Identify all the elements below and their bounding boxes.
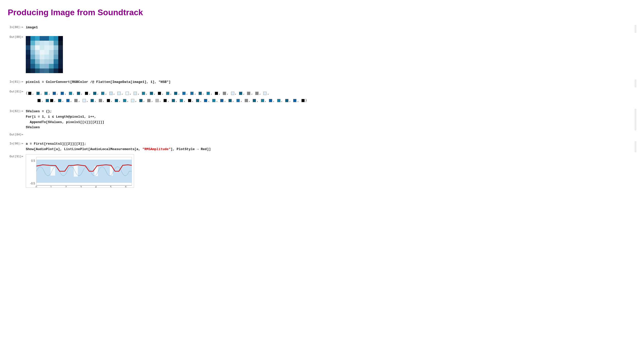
swatch-cell [85, 92, 88, 95]
cell-label-out81: Out[81]= [8, 89, 26, 93]
swatch-cell [158, 92, 161, 95]
swatch-cell [220, 99, 224, 102]
pixel-cell [44, 64, 49, 68]
cell-label-in82: In[82]:= [8, 109, 26, 113]
pixel-cell [26, 59, 30, 64]
cell-in80: In[80]:= image1 [8, 25, 636, 33]
swatch-cell [293, 99, 296, 102]
svg-text:3: 3 [80, 186, 82, 188]
swatch-cell [255, 92, 259, 95]
swatch-cell [50, 99, 53, 102]
pixel-cell [54, 64, 58, 68]
swatch-cell [231, 92, 234, 95]
pixel-cell [58, 50, 63, 55]
pixel-cell [40, 64, 44, 68]
pixel-cell [35, 68, 40, 73]
swatch-cell [204, 99, 207, 102]
pixel-cell [54, 41, 58, 45]
pixel-cell [26, 45, 30, 50]
pixel-cell [49, 50, 54, 55]
pixel-cell [35, 45, 40, 50]
code-in82[interactable]: SValues = {}; For[i = 1, i ≤ Length@pixe… [26, 109, 632, 130]
pixel-cell [26, 55, 30, 59]
swatch-cell [155, 99, 159, 102]
svg-text:6: 6 [125, 186, 127, 188]
pixel-cell [30, 64, 35, 68]
audio-plot-container: 0.5 -0.5 [26, 154, 636, 188]
cell-bar-in90 [635, 141, 636, 152]
swatch-cell [190, 92, 194, 95]
pixel-cell [44, 50, 49, 55]
audio-plot-svg: 0.5 -0.5 [26, 154, 134, 188]
swatch-cell [44, 92, 48, 95]
swatch-cell [28, 92, 31, 95]
cell-label-in80: In[80]:= [8, 25, 26, 29]
pixel-cell [26, 36, 30, 41]
swatch-cell [126, 92, 129, 95]
swatch-cell [180, 99, 183, 102]
code-in90[interactable]: a = First[results1][[2]][[3]]; Show[Audi… [26, 141, 632, 152]
swatch-cell [245, 99, 248, 102]
page-title: Producing Image from Soundtrack [8, 8, 636, 17]
swatch-cell [215, 92, 218, 95]
swatch-cell [66, 99, 70, 102]
pixel-cell [40, 50, 44, 55]
pixel-cell [40, 68, 44, 73]
pixel-cell [30, 59, 35, 64]
svg-text:4: 4 [95, 186, 97, 188]
swatch-cell [99, 99, 102, 102]
swatch-cell [196, 99, 199, 102]
svg-rect-7 [110, 167, 113, 176]
swatch-cell [74, 99, 78, 102]
pixel-cell [54, 59, 58, 64]
swatch-cell [115, 99, 118, 102]
pixel-cell [44, 36, 49, 41]
pixel-cell [30, 68, 35, 73]
svg-text:5: 5 [110, 186, 112, 188]
pixel-cell [58, 68, 63, 73]
swatch-cell [101, 92, 104, 95]
swatch-cell [269, 99, 272, 102]
svg-text:0.5: 0.5 [31, 159, 35, 162]
pixel-cell [44, 55, 49, 59]
code-in80[interactable]: image1 [26, 25, 632, 30]
cell-bar-in80 [635, 25, 636, 33]
pixel-cell [54, 50, 58, 55]
cell-label-in81: In[81]:= [8, 80, 26, 83]
cell-out80: Out[80]= [8, 35, 636, 74]
pixel-cell [35, 50, 40, 55]
cell-in90: In[90]:= a = First[results1][[2]][[3]]; … [8, 141, 636, 152]
pixel-cell [30, 55, 35, 59]
pixel-cell [49, 68, 54, 73]
pixel-cell [44, 59, 49, 64]
pixel-cell [30, 45, 35, 50]
pixel-cell [30, 41, 35, 45]
swatch-cell [263, 92, 267, 95]
swatch-cell [239, 92, 242, 95]
pixel-cell [26, 68, 30, 73]
pixel-cell [54, 55, 58, 59]
pixel-cell [54, 68, 58, 73]
cell-in82: In[82]:= SValues = {}; For[i = 1, i ≤ Le… [8, 109, 636, 130]
swatch-cell [53, 92, 56, 95]
swatch-cell [107, 99, 110, 102]
pixel-cell [35, 36, 40, 41]
cell-out81: Out[81]= {, , , , , , , , , , , , , , , … [8, 89, 636, 104]
swatch-cell [174, 92, 177, 95]
pixel-cell [26, 41, 30, 45]
swatch-cell [139, 99, 143, 102]
svg-text:1: 1 [50, 186, 52, 188]
swatch-cell [46, 99, 49, 102]
swatch-cell [134, 92, 137, 95]
swatch-cell [69, 92, 72, 95]
code-in81[interactable]: pixels1 = ColorConvert[RGBColor /@ Flatt… [26, 80, 632, 85]
pixel-cell [44, 41, 49, 45]
swatch-cell [36, 92, 40, 95]
pixel-cell [26, 50, 30, 55]
pixel-image [26, 36, 63, 73]
cell-out91: Out[91]= 0.5 -0.5 [8, 154, 636, 188]
swatch-cell [82, 99, 86, 102]
pixel-cell [54, 45, 58, 50]
pixel-cell [30, 50, 35, 55]
cell-label-out84: Out[84]= [8, 132, 26, 136]
